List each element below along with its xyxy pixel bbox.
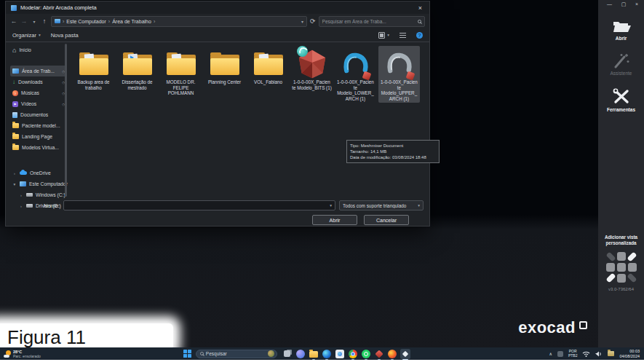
view-selector-widget[interactable] [606,252,637,283]
view-bottom-button[interactable] [617,274,626,283]
file-explorer-icon[interactable] [309,350,318,358]
figure-caption: Figura 11 [7,326,86,349]
dialog-close-icon[interactable]: × [416,4,424,12]
clock[interactable]: 00:03 04/08/2024 [619,349,640,358]
file-name-field[interactable]: ▾ [63,200,335,210]
sidebar-item-videos[interactable]: ▶ Vídeos ◇ [10,98,67,109]
expander-icon[interactable]: › [12,171,17,176]
cancel-button[interactable]: Cancelar [364,215,409,225]
photos-icon[interactable] [335,350,344,358]
sidebar-item-landing-page[interactable]: Landing Page [10,131,67,142]
view-bottom-right-button[interactable] [627,272,637,283]
taskbar-search[interactable]: Pesquisar [196,350,277,358]
expander-icon[interactable]: › [19,193,23,197]
view-top-right-button[interactable] [627,251,637,261]
tooltip-type: Tipo: Meshmixer Document [350,143,436,149]
close-icon[interactable]: × [635,1,638,7]
search-icon[interactable] [418,20,421,23]
file-item-planning-center[interactable]: Planning Center [204,46,245,103]
open-button[interactable]: Abrir [312,215,357,225]
wifi-icon[interactable] [582,351,590,357]
panel-open-button[interactable]: Abrir [612,19,631,41]
file-item-modelo-dr[interactable]: MODELO DR. FELIPE POHLMANN [160,46,202,103]
meshmixer-icon[interactable] [375,350,383,358]
view-center-button[interactable] [617,263,626,272]
sidebar-item-label: Músicas [21,90,39,95]
file-tooltip: Tipo: Meshmixer Document Tamanho: 14,1 M… [346,140,440,163]
file-item-vol-fabiano[interactable]: VOL_Fabiano [247,46,289,103]
dialog-body: ⌂ Início Área de Trab... ◇ ↓ Downloads ◇… [6,42,429,198]
copilot-icon[interactable] [296,350,305,358]
sidebar-item-label: Landing Page [22,134,52,139]
view-top-button[interactable] [617,252,626,261]
view-mode-caret-icon: ▾ [387,33,389,37]
tree-item-windows-c[interactable]: › Windows (C:) [10,189,67,200]
view-top-left-button[interactable] [605,251,616,261]
sidebar-item-paciente-modelo[interactable]: Paciente model... [10,120,67,131]
hidden-icons-chevron[interactable]: ∧ [549,351,552,356]
tree-item-este-computador[interactable]: ▾ Este Computador [10,178,67,189]
dialog-toolbar: Organizar ▾ Nova pasta ▾ ? [6,28,429,42]
tray-app-icon[interactable] [557,351,563,357]
weather-widget[interactable]: 28°C Parc. ensolarado [0,350,41,358]
file-item-backup[interactable]: Backup area de trabalho [73,46,114,103]
exocad-right-panel: — ▢ × Abrir Assistente Fer [598,0,644,347]
sidebar-item-downloads[interactable]: ↓ Downloads ◇ [10,76,67,87]
view-mode-button[interactable]: ▾ [378,32,389,39]
breadcrumb[interactable]: › Este Computador › Área de Trabalho › ▾ [51,16,307,27]
start-button[interactable] [183,350,191,358]
file-label: Backup area de trabalho [73,79,114,90]
up-icon[interactable]: ↑ [41,17,48,25]
minimize-icon[interactable]: — [607,1,612,7]
task-view-button[interactable] [283,350,292,358]
file-item-dissertacao[interactable]: Dissertação de mestrado [116,46,158,103]
file-name-input[interactable] [67,203,330,208]
sidebar-item-area-de-trabalho[interactable]: Área de Trab... ◇ [10,66,67,76]
sidebar-item-modelos-virtuais[interactable]: Modelos Virtua... [10,142,67,153]
tree-item-label: Windows (C:) [36,192,65,197]
search-input[interactable]: Pesquisar em Área de Traba... [319,16,425,27]
help-icon[interactable]: ? [416,32,423,39]
new-folder-button[interactable]: Nova pasta [51,32,79,39]
file-item-bits[interactable]: 1-0-0-00X_Pacien te Modelo_BITS (1) [291,46,333,103]
expander-icon[interactable]: ▾ [12,182,17,186]
maximize-icon[interactable]: ▢ [621,1,627,7]
panel-tools-button[interactable]: Ferramentas [607,87,635,112]
details-view-icon[interactable] [399,32,406,39]
edge-icon[interactable] [322,350,331,358]
organize-button[interactable]: Organizar ▾ [12,32,41,39]
breadcrumb-folder[interactable]: Área de Trabalho [112,19,151,24]
expander-icon[interactable]: › [19,204,23,208]
tree-item-drivers-d[interactable]: › Drivers (D:) [10,200,67,211]
file-item-upper-arch-selected[interactable]: 1-0-0-00X_Pacien te Modelo_UPPER_ ARCH (… [378,46,420,103]
file-type-dropdown[interactable]: Todos com suporte triangulado ▾ [339,200,424,210]
breadcrumb-root[interactable]: Este Computador [66,19,106,24]
tray-folder-icon[interactable] [608,351,614,356]
sidebar-item-inicio[interactable]: ⌂ Início [10,44,67,55]
file-label: MODELO DR. FELIPE POHLMANN [161,79,201,96]
exocad-taskbar-icon[interactable] [401,350,410,358]
panel-assistant-button[interactable]: Assistente [611,52,632,76]
view-right-button[interactable] [628,263,637,272]
tools-icon [612,87,631,105]
add-custom-view-label[interactable]: Adicionar vista personalizada [602,235,641,246]
language-indicator[interactable]: POR PTB2 [568,350,578,358]
view-bottom-left-button[interactable] [605,272,616,283]
volume-icon[interactable] [595,351,603,357]
file-name-caret-icon[interactable]: ▾ [330,203,332,208]
refresh-icon[interactable]: ⟳ [310,17,316,25]
firefox-icon[interactable] [388,350,397,358]
drive-icon [26,193,33,197]
recent-locations-icon[interactable]: ▾ [31,19,38,24]
back-icon[interactable]: ← [10,17,17,25]
view-left-button[interactable] [606,263,615,272]
breadcrumb-caret-icon[interactable]: ▾ [301,19,303,24]
whatsapp-icon[interactable] [362,350,370,358]
chrome-icon[interactable] [349,350,357,358]
forward-icon[interactable]: → [20,17,28,25]
navigation-scrollbar[interactable] [65,44,67,197]
tree-item-onedrive[interactable]: › OneDrive [10,168,67,178]
sidebar-item-documentos[interactable]: Documentos [10,109,67,120]
sidebar-item-musicas[interactable]: ♪ Músicas ◇ [10,87,67,98]
file-item-lower-arch[interactable]: 1-0-0-00X_Pacien te Modelo_LOWER_ ARCH (… [335,46,376,103]
